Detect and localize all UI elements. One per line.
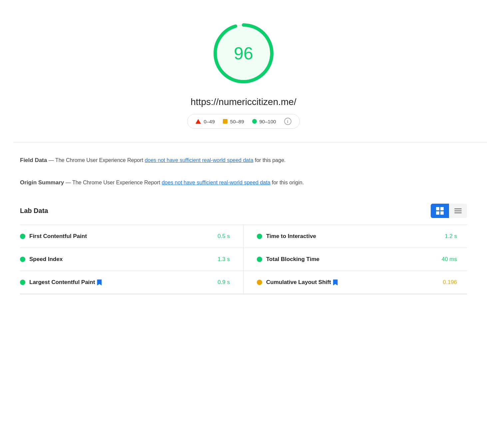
legend-pass: 90–100 (252, 119, 276, 124)
metric-left: Time to Interactive (257, 233, 316, 240)
origin-summary-link[interactable]: does not have sufficient real-world spee… (162, 180, 270, 185)
origin-summary-text: Origin Summary — The Chrome User Experie… (20, 178, 467, 187)
lab-data-controls (431, 204, 467, 218)
bookmark-icon (333, 279, 338, 285)
metric-left: Largest Contentful Paint (20, 279, 102, 286)
origin-summary-title: Origin Summary (20, 179, 64, 186)
bookmark-icon (97, 279, 102, 285)
metric-name: Time to Interactive (266, 233, 316, 240)
metric-largest-contentful-paint: Largest Contentful Paint 0.9 s (20, 271, 243, 294)
field-data-text: Field Data — The Chrome User Experience … (20, 156, 467, 165)
average-range: 50–89 (230, 119, 244, 124)
metric-cumulative-layout-shift: Cumulative Layout Shift 0.196 (243, 271, 467, 294)
metric-total-blocking-time: Total Blocking Time 40 ms (243, 248, 467, 271)
pass-icon (252, 119, 257, 124)
metric-value: 1.3 s (218, 256, 230, 263)
average-icon (223, 119, 228, 124)
metric-dot-green (257, 257, 262, 262)
grid-icon (436, 207, 444, 215)
metric-name: Cumulative Layout Shift (266, 279, 338, 286)
metric-name: Speed Index (29, 256, 63, 263)
pass-range: 90–100 (259, 119, 276, 124)
field-data-section: Field Data — The Chrome User Experience … (20, 156, 467, 165)
score-value: 96 (234, 43, 253, 63)
legend-average: 50–89 (223, 119, 244, 124)
metric-left: First Contentful Paint (20, 233, 87, 240)
metric-value: 0.5 s (218, 233, 230, 240)
lab-data-header: Lab Data (20, 204, 467, 218)
fail-icon (196, 119, 201, 124)
field-data-link[interactable]: does not have sufficient real-world spee… (145, 157, 253, 163)
fail-range: 0–49 (204, 119, 215, 124)
metrics-bottom-divider (20, 294, 467, 294)
metric-name: Largest Contentful Paint (29, 279, 102, 286)
info-button[interactable]: i (284, 118, 291, 125)
metric-time-to-interactive: Time to Interactive 1.2 s (243, 225, 467, 248)
metrics-grid: First Contentful Paint 0.5 s Time to Int… (20, 225, 467, 294)
hero-section: 96 https://numericcitizen.me/ 0–49 50–89… (0, 0, 487, 142)
score-ring: 96 (210, 20, 277, 87)
origin-summary-section: Origin Summary — The Chrome User Experie… (20, 178, 467, 187)
metric-left: Cumulative Layout Shift (257, 279, 338, 286)
metric-name: First Contentful Paint (29, 233, 87, 240)
metric-dot-orange (257, 280, 262, 285)
grid-view-button[interactable] (431, 204, 449, 218)
metric-name: Total Blocking Time (266, 256, 319, 263)
metric-first-contentful-paint: First Contentful Paint 0.5 s (20, 225, 243, 248)
metric-value: 1.2 s (445, 233, 457, 240)
metric-left: Speed Index (20, 256, 63, 263)
list-icon (454, 208, 462, 213)
metric-value: 40 ms (442, 256, 457, 263)
metric-speed-index: Speed Index 1.3 s (20, 248, 243, 271)
metric-value: 0.196 (443, 279, 457, 286)
field-data-title: Field Data (20, 157, 47, 163)
metric-value: 0.9 s (218, 279, 230, 286)
score-legend: 0–49 50–89 90–100 i (187, 114, 299, 129)
metric-left: Total Blocking Time (257, 256, 319, 263)
lab-data-title: Lab Data (20, 207, 48, 215)
metric-dot-green (20, 257, 25, 262)
list-view-button[interactable] (449, 204, 467, 218)
metric-dot-green (20, 234, 25, 239)
main-content: Field Data — The Chrome User Experience … (0, 142, 487, 308)
metric-dot-green (20, 280, 25, 285)
page-url: https://numericcitizen.me/ (191, 97, 296, 107)
metric-dot-green (257, 234, 262, 239)
legend-fail: 0–49 (196, 119, 215, 124)
